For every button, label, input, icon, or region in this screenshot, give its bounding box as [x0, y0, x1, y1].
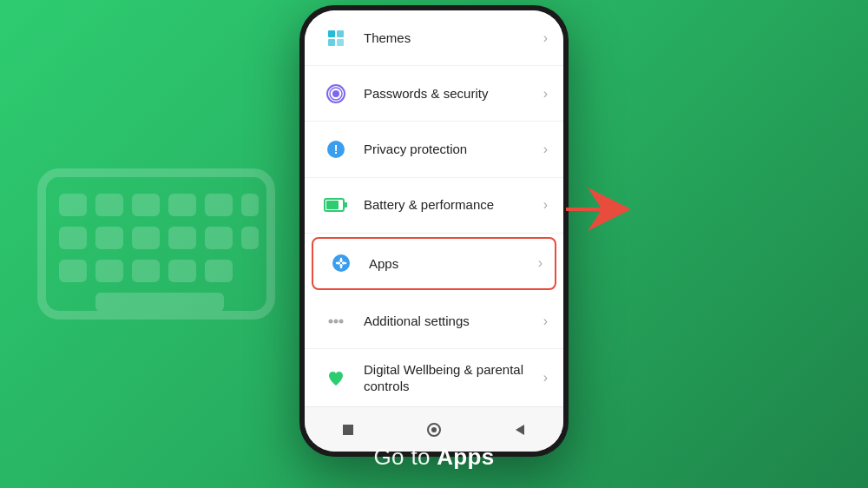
passwords-label: Passwords & security: [364, 85, 543, 102]
settings-item-additional[interactable]: Additional settings ›: [305, 293, 563, 349]
svg-text:!: !: [334, 142, 339, 156]
svg-rect-6: [241, 194, 259, 216]
svg-rect-1: [59, 194, 87, 216]
svg-point-24: [332, 90, 339, 97]
svg-rect-16: [168, 260, 196, 282]
svg-rect-2: [95, 194, 123, 216]
svg-rect-20: [337, 30, 344, 37]
svg-rect-14: [95, 260, 123, 282]
settings-list: Themes › Passwords & security ›: [305, 10, 563, 406]
svg-rect-15: [132, 260, 160, 282]
bottom-prefix: Go to: [374, 444, 437, 470]
keyboard-watermark: [35, 166, 278, 322]
svg-rect-36: [343, 425, 353, 435]
themes-icon: [320, 23, 352, 54]
apps-icon: [326, 247, 357, 279]
svg-rect-12: [241, 227, 259, 249]
phone: Themes › Passwords & security ›: [299, 5, 569, 457]
wellbeing-label: Digital Wellbeing & parental controls: [364, 361, 543, 395]
svg-rect-19: [328, 30, 335, 37]
svg-point-33: [329, 319, 333, 323]
wellbeing-chevron: ›: [543, 370, 548, 386]
svg-point-38: [431, 427, 437, 432]
svg-point-35: [339, 319, 344, 323]
settings-item-themes[interactable]: Themes ›: [305, 10, 563, 66]
red-arrow: [562, 183, 631, 239]
svg-rect-11: [205, 227, 233, 249]
additional-icon: [320, 306, 352, 337]
privacy-icon: !: [320, 134, 352, 165]
passwords-chevron: ›: [543, 86, 548, 102]
bottom-bold: Apps: [437, 444, 494, 470]
apps-label: Apps: [369, 255, 538, 273]
privacy-label: Privacy protection: [364, 141, 543, 158]
passwords-icon: [320, 78, 352, 109]
svg-point-34: [334, 319, 339, 323]
nav-stop-button[interactable]: [338, 419, 358, 440]
additional-chevron: ›: [543, 313, 548, 329]
battery-chevron: ›: [543, 197, 548, 213]
svg-rect-10: [168, 227, 196, 249]
svg-rect-9: [132, 227, 160, 249]
svg-rect-8: [95, 227, 123, 249]
phone-screen: Themes › Passwords & security ›: [305, 10, 563, 452]
settings-item-battery[interactable]: Battery & performance ›: [305, 178, 563, 234]
settings-item-apps[interactable]: Apps ›: [312, 237, 556, 290]
themes-chevron: ›: [543, 30, 548, 46]
battery-label: Battery & performance: [364, 196, 543, 214]
nav-home-button[interactable]: [424, 419, 444, 440]
svg-rect-22: [337, 39, 344, 46]
svg-rect-7: [59, 227, 87, 249]
apps-chevron: ›: [538, 255, 542, 271]
svg-rect-13: [59, 260, 87, 282]
svg-rect-18: [95, 293, 224, 312]
svg-marker-39: [516, 425, 524, 435]
svg-marker-40: [566, 188, 631, 231]
svg-rect-30: [326, 201, 339, 209]
svg-rect-21: [328, 39, 335, 46]
svg-rect-29: [344, 202, 347, 208]
nav-back-button[interactable]: [510, 419, 530, 440]
wellbeing-icon: [320, 362, 352, 393]
bottom-instruction: Go to Apps: [0, 444, 868, 471]
svg-rect-5: [205, 194, 233, 216]
battery-icon: [320, 189, 352, 221]
themes-label: Themes: [364, 30, 543, 47]
additional-label: Additional settings: [364, 313, 543, 330]
settings-item-passwords[interactable]: Passwords & security ›: [305, 66, 563, 122]
privacy-chevron: ›: [543, 142, 548, 157]
svg-rect-3: [132, 194, 160, 216]
settings-item-wellbeing[interactable]: Digital Wellbeing & parental controls ›: [305, 349, 563, 406]
settings-item-privacy[interactable]: ! Privacy protection ›: [305, 122, 563, 177]
svg-rect-4: [168, 194, 196, 216]
svg-rect-17: [205, 260, 233, 282]
